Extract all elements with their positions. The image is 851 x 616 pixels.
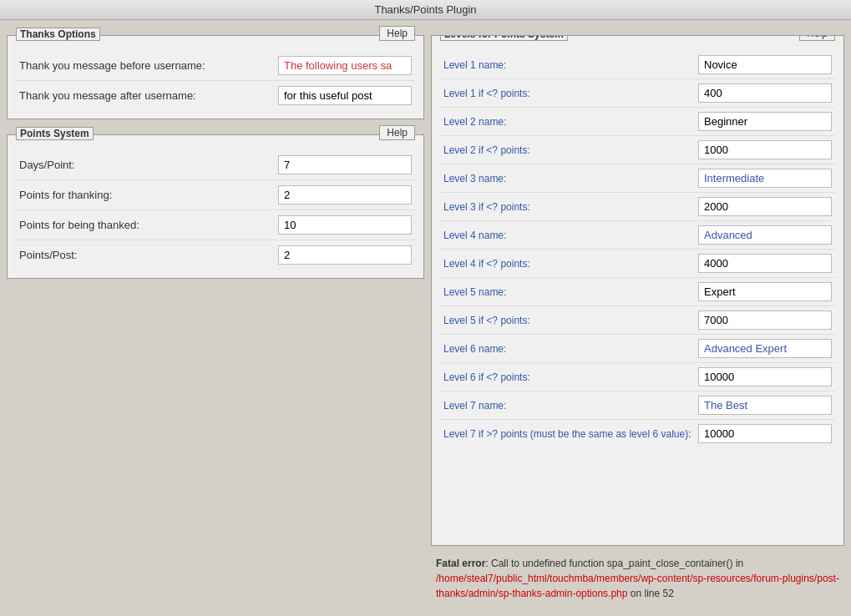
points-thanked-label: Points for being thanked: [19,219,278,231]
points-thanking-row: Points for thanking: [16,180,415,210]
right-wrapper: Levels for Points System Help Level 1 na… [431,27,844,606]
levels-box: Levels for Points System Help Level 1 na… [431,35,844,546]
level-4-name-input[interactable] [698,225,832,245]
level-1-points-row: Level 1 if <? points: [440,79,835,108]
points-post-input[interactable] [278,245,412,265]
level-3-points-label: Level 3 if <? points: [443,201,698,213]
points-system-help[interactable]: Help [379,125,415,140]
main-content: Thanks Options Help Thank you message be… [0,20,851,613]
level-4-points-label: Level 4 if <? points: [443,258,698,270]
level-6-points-input[interactable] [698,367,832,386]
level-7-name-input[interactable] [698,396,832,415]
level-7-points-input[interactable] [698,424,832,443]
thanks-before-label: Thank you message before username: [19,59,278,72]
level-3-points-row: Level 3 if <? points: [440,193,835,221]
days-point-label: Days/Point: [19,159,278,171]
level-2-name-label: Level 2 name: [443,116,698,128]
level-4-name-label: Level 4 name: [443,230,698,241]
level-3-name-label: Level 3 name: [443,173,698,184]
level-6-name-row: Level 6 name: [440,335,835,363]
level-5-points-label: Level 5 if <? points: [443,315,698,326]
level-2-points-input[interactable] [698,140,832,159]
level-1-points-label: Level 1 if <? points: [443,88,698,99]
points-thanking-input[interactable] [278,185,412,204]
levels-legend: Levels for Points System [440,35,568,41]
level-2-points-row: Level 2 if <? points: [440,136,835,164]
level-5-points-row: Level 5 if <? points: [440,306,835,335]
level-7-points-row: Level 7 if >? points (must be the same a… [440,420,835,447]
window-title: Thanks/Points Plugin [374,3,476,16]
level-7-name-row: Level 7 name: [440,391,835,420]
level-4-points-input[interactable] [698,254,832,273]
level-4-name-row: Level 4 name: [440,221,835,250]
level-5-name-row: Level 5 name: [440,278,835,306]
level-5-name-input[interactable] [698,282,832,301]
thanks-before-row: Thank you message before username: [16,51,415,81]
thanks-after-row: Thank you message after username: [16,81,415,110]
title-bar: Thanks/Points Plugin [0,0,851,20]
thanks-before-input[interactable] [278,56,412,75]
level-1-name-row: Level 1 name: [440,51,835,79]
points-thanked-input[interactable] [278,215,412,235]
levels-help[interactable]: Help [799,35,835,41]
level-5-name-label: Level 5 name: [443,286,698,298]
level-7-name-label: Level 7 name: [443,400,698,412]
thanks-options-box: Thanks Options Help Thank you message be… [7,35,424,119]
level-1-points-input[interactable] [698,83,832,103]
level-6-points-label: Level 6 if <? points: [443,371,698,383]
level-5-points-input[interactable] [698,311,832,330]
level-6-name-input[interactable] [698,339,832,358]
left-panel: Thanks Options Help Thank you message be… [7,27,424,606]
level-2-name-row: Level 2 name: [440,108,835,136]
level-3-name-row: Level 3 name: [440,164,835,193]
days-point-input[interactable] [278,155,412,174]
level-1-name-input[interactable] [698,55,832,74]
thanks-options-help[interactable]: Help [379,26,415,41]
level-3-name-input[interactable] [698,169,832,188]
thanks-options-legend: Thanks Options [16,28,100,41]
points-thanked-row: Points for being thanked: [16,210,415,240]
points-system-legend: Points System [16,127,94,140]
days-point-row: Days/Point: [16,150,415,180]
points-system-box: Points System Help Days/Point: Points fo… [7,134,424,279]
level-7-points-label: Level 7 if >? points (must be the same a… [443,428,698,440]
level-1-name-label: Level 1 name: [443,59,698,71]
points-thanking-label: Points for thanking: [19,189,278,201]
thanks-after-label: Thank you message after username: [19,89,278,102]
level-6-name-label: Level 6 name: [443,343,698,355]
level-4-points-row: Level 4 if <? points: [440,250,835,278]
points-post-row: Points/Post: [16,240,415,270]
error-message: Fatal error: Call to undefined function … [436,558,839,599]
error-section: Fatal error: Call to undefined function … [431,551,844,606]
points-post-label: Points/Post: [19,249,278,261]
level-3-points-input[interactable] [698,197,832,216]
thanks-after-input[interactable] [278,86,412,105]
level-2-points-label: Level 2 if <? points: [443,144,698,156]
level-2-name-input[interactable] [698,112,832,131]
level-6-points-row: Level 6 if <? points: [440,363,835,391]
error-path: /home/steal7/public_html/touchmba/member… [436,573,839,599]
